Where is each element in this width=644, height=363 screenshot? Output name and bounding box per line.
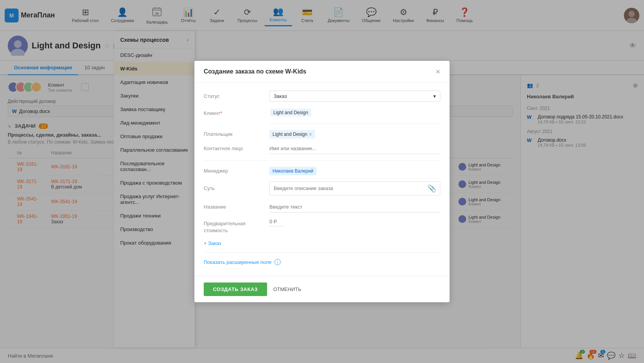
name-field-wrapper	[269, 202, 440, 212]
status-row: Статус Заказ ▾	[204, 91, 440, 102]
modal: Создание заказа по схеме W-Kids × Статус…	[194, 61, 450, 302]
status-value-wrapper: Заказ ▾	[269, 91, 440, 102]
modal-header: Создание заказа по схеме W-Kids ×	[194, 61, 450, 83]
create-order-button[interactable]: СОЗДАТЬ ЗАКАЗ	[204, 283, 267, 296]
cost-value: 0 Р	[269, 219, 440, 224]
contact-input[interactable]	[269, 143, 440, 154]
client-field-label: Клиент*	[204, 108, 269, 116]
essence-field-wrapper: 📎	[269, 182, 440, 195]
cancel-button[interactable]: ОТМЕНИТЬ	[273, 286, 302, 292]
manager-row: Менеджер Николаев Валерий	[204, 167, 440, 175]
modal-backdrop: Создание заказа по схеме W-Kids × Статус…	[0, 0, 644, 363]
status-label: Статус	[204, 93, 269, 99]
payer-remove-icon[interactable]: ×	[309, 131, 312, 137]
manager-field-label: Менеджер	[204, 168, 269, 174]
name-field-label: Название	[204, 204, 269, 210]
client-row: Клиент* Light and Design	[204, 108, 440, 117]
client-tag: Light and Design	[270, 109, 311, 116]
show-fields-section: Показать расширенные поля i	[204, 259, 440, 265]
info-icon[interactable]: i	[274, 259, 281, 265]
add-order-link[interactable]: + Заказ	[204, 240, 221, 246]
payer-field-wrapper: Light and Design ×	[269, 130, 440, 139]
payer-row: Плательщик Light and Design ×	[204, 130, 440, 139]
contact-label: Контактное лицо	[204, 146, 269, 151]
cost-label: Предварительная стоимость	[204, 219, 269, 234]
modal-footer: СОЗДАТЬ ЗАКАЗ ОТМЕНИТЬ	[194, 276, 450, 302]
cost-field-wrapper: 0 Р	[269, 219, 440, 226]
name-input[interactable]	[269, 202, 440, 212]
add-order-section: + Заказ	[204, 240, 440, 246]
essence-input[interactable]	[274, 185, 424, 191]
contact-field-wrapper	[269, 143, 440, 154]
divider-1	[269, 123, 440, 124]
name-row: Название	[204, 202, 440, 212]
modal-title: Создание заказа по схеме W-Kids	[204, 68, 307, 75]
modal-body: Статус Заказ ▾ Клиент* Light and Design	[194, 83, 450, 276]
essence-row: Суть 📎	[204, 182, 440, 195]
modal-close-button[interactable]: ×	[436, 68, 440, 75]
status-select[interactable]: Заказ ▾	[269, 91, 440, 102]
status-chevron-icon: ▾	[433, 93, 436, 99]
manager-field-wrapper: Николаев Валерий	[269, 167, 440, 175]
divider-2	[204, 160, 440, 161]
show-fields-link[interactable]: Показать расширенные поля	[204, 259, 271, 265]
payer-tag: Light and Design ×	[269, 130, 315, 139]
client-field-wrapper: Light and Design	[269, 108, 440, 117]
essence-label: Суть	[204, 185, 269, 191]
divider-3	[204, 252, 440, 253]
cost-row: Предварительная стоимость 0 Р	[204, 219, 440, 234]
status-select-value: Заказ	[274, 93, 287, 99]
manager-tag: Николаев Валерий	[269, 167, 317, 175]
contact-row: Контактное лицо	[204, 143, 440, 154]
attach-icon[interactable]: 📎	[428, 184, 436, 193]
cost-underline	[269, 226, 285, 226]
payer-label: Плательщик	[204, 131, 269, 137]
